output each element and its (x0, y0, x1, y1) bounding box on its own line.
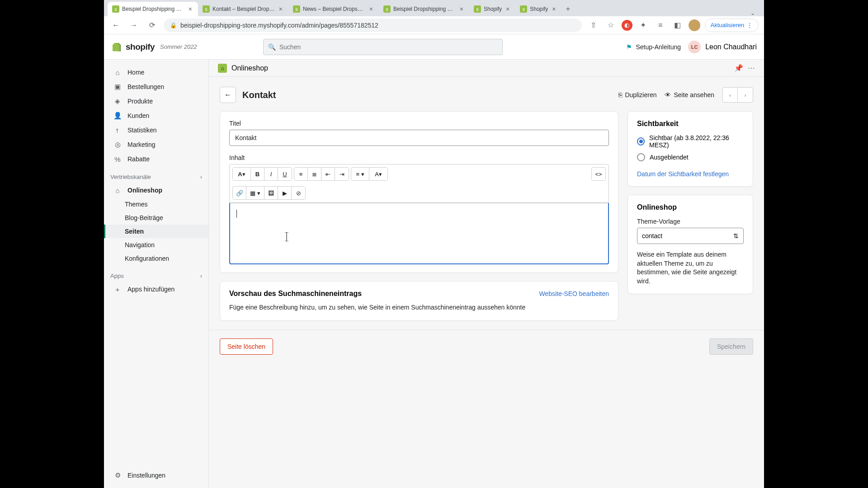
content-editor[interactable] (229, 203, 609, 264)
new-tab-button[interactable]: + (561, 2, 574, 16)
more-icon[interactable]: ⋯ (748, 64, 755, 72)
close-icon[interactable]: × (551, 5, 557, 13)
view-page-button[interactable]: 👁Seite ansehen (665, 91, 714, 99)
shopify-bag-icon (111, 42, 122, 52)
indent-button[interactable]: ⇥ (335, 168, 349, 180)
align-dropdown[interactable]: ≡ ▾ (351, 168, 369, 180)
nav-blog[interactable]: Blog-Beiträge (104, 211, 208, 225)
clear-format-button[interactable]: ⊘ (292, 187, 305, 199)
format-dropdown[interactable]: A ▾ (233, 168, 251, 180)
title-input[interactable] (229, 130, 609, 146)
browser-toolbar: ← → ⟳ 🔒 beispiel-dropshipping-store.mysh… (104, 16, 764, 34)
prev-page-button[interactable]: ‹ (722, 87, 738, 103)
hidden-radio[interactable]: Ausgeblendet (637, 153, 744, 161)
setup-guide-link[interactable]: ⚑ Setup-Anleitung (626, 43, 681, 51)
italic-button[interactable]: I (264, 168, 278, 180)
image-button[interactable]: 🖼 (264, 187, 278, 199)
next-page-button[interactable]: › (738, 87, 753, 103)
share-icon[interactable]: ⇧ (587, 19, 600, 32)
marketing-icon: ◎ (113, 140, 122, 149)
browser-tab-3[interactable]: sBeispiel Dropshipping Stor× (379, 2, 469, 16)
radio-checked-icon (637, 137, 645, 145)
edit-seo-link[interactable]: Website-SEO bearbeiten (539, 290, 609, 297)
close-icon[interactable]: × (368, 5, 374, 13)
nav-marketing[interactable]: ◎Marketing (107, 137, 206, 152)
search-input[interactable]: 🔍 Suchen (263, 39, 503, 55)
template-select[interactable]: contact ⇅ (637, 228, 744, 244)
plus-icon: + (113, 285, 122, 294)
back-button[interactable]: ← (220, 87, 236, 103)
save-button[interactable]: Speichern (709, 338, 753, 355)
schedule-link[interactable]: Datum der Sichtbarkeit festlegen (637, 170, 729, 178)
gear-icon: ⚙ (113, 471, 122, 480)
duplicate-icon: ⎘ (618, 91, 622, 99)
nav-themes[interactable]: Themes (104, 197, 208, 211)
user-menu[interactable]: LC Leon Chaudhari (688, 41, 757, 53)
chevron-down-icon: ⇅ (733, 232, 739, 239)
nav-home[interactable]: ⌂Home (107, 65, 206, 80)
shopify-logo[interactable]: shopify Sommer 2022 (111, 42, 197, 52)
address-bar[interactable]: 🔒 beispiel-dropshipping-store.myshopify.… (164, 19, 582, 32)
browser-tab-1[interactable]: sKontakt – Beispiel Dropship× (198, 2, 288, 16)
nav-onlineshop[interactable]: ⌂Onlineshop (107, 183, 206, 197)
number-list-button[interactable]: ≣ (308, 168, 321, 180)
reload-icon[interactable]: ⟳ (146, 19, 158, 32)
profile-avatar-icon[interactable] (689, 19, 700, 31)
orders-icon: ▣ (113, 82, 122, 91)
html-button[interactable]: <> (592, 168, 605, 180)
nav-analytics[interactable]: ⫯Statistiken (107, 123, 206, 137)
editor-toolbar: A ▾ B I U ≡ ≣ ⇤ ⇥ (229, 164, 609, 203)
pin-icon[interactable]: 📌 (734, 64, 743, 72)
underline-button[interactable]: U (278, 168, 292, 180)
title-label: Titel (229, 120, 609, 127)
nav-navigation[interactable]: Navigation (104, 238, 208, 252)
nav-pages[interactable]: Seiten (104, 225, 208, 238)
table-dropdown[interactable]: ▦ ▾ (246, 187, 264, 199)
forward-icon[interactable]: → (127, 19, 140, 32)
customers-icon: 👤 (113, 111, 122, 120)
close-icon[interactable]: × (278, 5, 284, 13)
star-icon[interactable]: ☆ (604, 19, 617, 32)
nav-orders[interactable]: ▣Bestellungen (107, 80, 206, 94)
panel-icon[interactable]: ◧ (671, 19, 684, 32)
apps-heading[interactable]: Apps› (104, 265, 208, 282)
link-button[interactable]: 🔗 (233, 187, 246, 199)
nav-preferences[interactable]: Konfigurationen (104, 252, 208, 265)
delete-page-button[interactable]: Seite löschen (220, 338, 273, 355)
visibility-card: Sichtbarkeit Sichtbar (ab 3.8.2022, 22:3… (627, 111, 753, 187)
nav-discounts[interactable]: %Rabatte (107, 152, 206, 166)
nav-add-apps[interactable]: +Apps hinzufügen (107, 282, 206, 296)
nav-customers[interactable]: 👤Kunden (107, 108, 206, 123)
tabs-menu-icon[interactable]: ⌄ (745, 10, 760, 16)
seo-card: Vorschau des Suchmaschineneintrags Websi… (220, 281, 618, 321)
bold-button[interactable]: B (251, 168, 264, 180)
close-icon[interactable]: × (505, 5, 511, 13)
eye-icon: 👁 (665, 91, 671, 99)
browser-tab-5[interactable]: sShopify× (515, 2, 561, 16)
extensions-icon[interactable]: ✦ (637, 19, 650, 32)
analytics-icon: ⫯ (113, 126, 122, 135)
url-text: beispiel-dropshipping-store.myshopify.co… (180, 22, 378, 29)
seo-description: Füge eine Beschreibung hinzu, um zu sehe… (229, 303, 609, 312)
visible-radio[interactable]: Sichtbar (ab 3.8.2022, 22:36 MESZ) (637, 134, 744, 149)
close-icon[interactable]: × (187, 5, 193, 13)
bullet-list-button[interactable]: ≡ (294, 168, 308, 180)
nav-products[interactable]: ◈Produkte (107, 94, 206, 108)
close-icon[interactable]: × (458, 5, 465, 13)
chevron-right-icon: › (200, 174, 202, 180)
duplicate-button[interactable]: ⎘Duplizieren (618, 91, 656, 99)
channels-heading[interactable]: Vertriebskanäle› (104, 166, 208, 183)
outdent-button[interactable]: ⇤ (321, 168, 335, 180)
video-button[interactable]: ▶ (278, 187, 292, 199)
lock-icon: 🔒 (170, 22, 177, 28)
browser-tab-0[interactable]: sBeispiel Dropshipping Stor× (108, 2, 198, 16)
update-button[interactable]: Aktualisieren⋮ (705, 19, 759, 32)
browser-tab-2[interactable]: sNews – Beispiel Dropshipp× (288, 2, 379, 16)
nav-settings[interactable]: ⚙Einstellungen (107, 468, 206, 483)
extension-icon[interactable]: ◐ (622, 20, 632, 31)
color-dropdown[interactable]: A ▾ (369, 168, 387, 180)
back-icon[interactable]: ← (109, 19, 122, 32)
store-context-bar: ⌂ Onlineshop 📌 ⋯ (209, 60, 764, 77)
reading-list-icon[interactable]: ≡ (654, 19, 667, 32)
browser-tab-4[interactable]: sShopify× (469, 2, 515, 16)
